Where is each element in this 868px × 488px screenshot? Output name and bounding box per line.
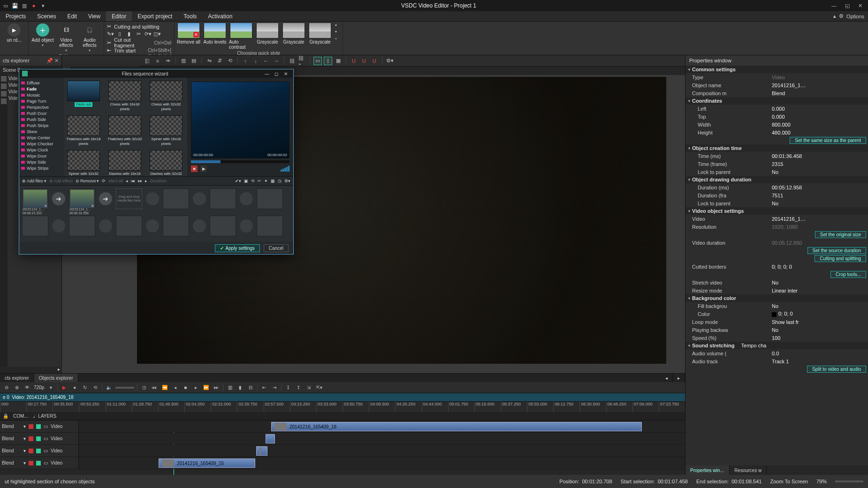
style-grayscale-1[interactable]: Grayscale <box>255 23 280 45</box>
tl-play-icon[interactable]: ▶ <box>61 384 68 391</box>
prop-video[interactable]: 20141216_1… <box>770 216 868 222</box>
bottom-tab-objects[interactable]: Objects explorer <box>34 374 78 382</box>
wizard-effect-item[interactable]: Dashes with 32x32 pixels <box>149 150 183 176</box>
style-grayscale-2[interactable]: Grayscale <box>282 23 306 45</box>
tool-marker-icon[interactable]: ▮ <box>126 30 132 37</box>
wizard-slot-empty[interactable] <box>257 216 283 236</box>
tl-d-icon[interactable]: ⇱▾ <box>315 384 323 391</box>
prop-play-backward[interactable]: No <box>770 327 868 333</box>
wizard-tree-item[interactable]: Wipe Door <box>21 153 62 159</box>
tl-to-end-icon[interactable]: ⏭ <box>213 384 220 391</box>
tb-align-center-icon[interactable]: ≡ <box>154 57 161 65</box>
tb-underline1-icon[interactable]: U <box>350 57 358 65</box>
timeline-ruler[interactable]: 00000:17.75000:35.50000:53.25001:11.0000… <box>0 402 685 412</box>
wizard-fx4-icon[interactable]: ⚙▾ <box>284 179 290 183</box>
mute-icon[interactable] <box>29 449 33 453</box>
style-remove-all[interactable]: ✕Remove all <box>176 23 201 45</box>
track-lane[interactable]: 20141216_165409_18 <box>79 420 685 432</box>
tl-split-icon[interactable]: ▥ <box>226 384 234 391</box>
tl-clock-icon[interactable]: ◷ <box>140 384 148 391</box>
menu-tools[interactable]: Tools <box>178 11 202 21</box>
tl-in-icon[interactable]: ⇤ <box>260 384 268 391</box>
wizard-slot-empty[interactable] <box>163 188 189 209</box>
wizard-slot-empty[interactable] <box>210 188 236 209</box>
vtool-4-icon[interactable] <box>1 98 7 104</box>
tool-rotate-icon[interactable]: ⟳▾ <box>145 30 151 37</box>
wizard-maximize-icon[interactable]: ◻ <box>272 71 281 76</box>
pin-icon[interactable]: 📌 ✕ <box>46 58 59 64</box>
wizard-effect-item[interactable]: Spiner with 32x32 pixels <box>66 150 101 176</box>
layerhdr-com[interactable]: COM… <box>13 413 29 419</box>
wizard-rot-icon[interactable]: ⟲ <box>251 179 255 183</box>
wizard-add-files[interactable]: ⊕ Add files ▾ <box>22 179 46 183</box>
tl-remove-icon[interactable]: ⊖ <box>3 384 10 391</box>
wizard-transition-slot[interactable] <box>99 219 112 233</box>
tb-move-mode-icon[interactable]: ▯ <box>324 57 332 65</box>
tb-select-mode-icon[interactable]: ▭ <box>314 57 321 65</box>
wizard-fx2-icon[interactable]: ▦ <box>271 179 275 183</box>
prop-time-frame[interactable]: 2315 <box>770 161 868 167</box>
layer-lock-icon[interactable]: 🔒 <box>3 413 8 419</box>
wizard-sel-in-icon[interactable]: ◂ <box>126 179 128 183</box>
wizard-remove[interactable]: ⊖ Remove ▾ <box>76 179 99 183</box>
tl-stop-icon[interactable]: ■ <box>182 384 189 391</box>
section-coordinates[interactable]: Coordinates <box>685 97 868 105</box>
wizard-transition-slot[interactable] <box>52 219 65 233</box>
tl-repeat-icon[interactable]: ⟲ <box>91 384 99 391</box>
track-header[interactable]: Blend▾ ▭ Video <box>0 420 79 432</box>
prop-composition[interactable]: Blend <box>770 90 868 96</box>
trim-start[interactable]: ⇤Trim startCtrl+Shift+[ <box>107 47 171 53</box>
timeline-track[interactable]: Blend▾ ▭ Video <box>0 445 685 457</box>
bottom-nav-left[interactable]: ◂ <box>661 374 673 382</box>
wizard-slot-empty[interactable] <box>257 188 283 209</box>
wizard-to-end-icon[interactable]: ⏭ <box>138 179 142 183</box>
tl-volume-slider[interactable] <box>115 387 134 389</box>
vtool-1-icon[interactable] <box>1 76 7 82</box>
tb-flip-v-icon[interactable]: ⇵ <box>216 57 223 65</box>
wizard-transition-slot-5[interactable] <box>240 192 253 205</box>
wizard-stop-icon[interactable]: ■ <box>191 165 198 172</box>
wizard-effect-item[interactable]: Dashes with 16x16 pixels <box>107 150 142 176</box>
prop-speed[interactable]: 100 <box>770 335 868 341</box>
options-label[interactable]: Options <box>846 14 864 19</box>
wizard-crop2-icon[interactable]: ▣ <box>244 179 248 183</box>
qat-save-icon[interactable]: 💾 <box>12 3 18 8</box>
ribbon-run-wizard[interactable]: ▶ un rd... <box>3 23 25 43</box>
wizard-drop-hint[interactable]: Drag and drop media files here <box>116 188 142 209</box>
wizard-fx3-icon[interactable]: ◷ <box>278 179 282 183</box>
props-tab-properties[interactable]: Properties win… <box>685 465 730 475</box>
wizard-refresh-icon[interactable]: ⟳ <box>102 179 106 183</box>
wizard-tree-item[interactable]: Wipe Center <box>21 135 62 141</box>
prop-audio-volume[interactable]: 0.0 <box>770 351 868 356</box>
wizard-effect-item[interactable]: Chess with 16x16 pixels <box>107 81 142 112</box>
tl-eye-icon[interactable]: 👁 <box>23 384 31 391</box>
wizard-transition-slot-4[interactable] <box>193 192 206 205</box>
prop-object-name[interactable]: 20141216_1… <box>770 83 868 88</box>
wizard-volume-icon[interactable] <box>281 166 289 172</box>
mute-icon[interactable] <box>29 461 33 465</box>
help-icon[interactable]: ▴ <box>833 13 836 19</box>
tb-distribute-v-icon[interactable]: ▤ <box>190 57 198 65</box>
cut-out-fragment[interactable]: ✂Cut out fragmentCtrl+Del <box>107 38 171 47</box>
tb-rotate-icon[interactable]: ⟲ <box>226 57 234 65</box>
tl-snap-icon[interactable]: ⊟ <box>247 384 254 391</box>
prop-stretch[interactable]: No <box>770 280 868 285</box>
qat-new-icon[interactable]: ▭ <box>3 3 8 8</box>
wizard-tree-item[interactable]: Mosaic <box>21 92 62 98</box>
wizard-cancel-button[interactable]: Cancel <box>264 244 289 252</box>
wizard-tree-item[interactable]: Wipe Side <box>21 159 62 165</box>
qat-open-icon[interactable]: ▥ <box>22 3 27 8</box>
track-header[interactable]: Blend▾ ▭ Video <box>0 445 79 457</box>
wizard-minimize-icon[interactable]: — <box>262 71 272 76</box>
prop-width[interactable]: 800.000 <box>770 122 868 128</box>
wizard-effect-item[interactable]: Spiner with 16x16 pixels <box>149 115 183 146</box>
status-zoom-slider[interactable] <box>835 480 863 482</box>
style-auto-levels[interactable]: Auto levels <box>203 23 227 45</box>
btn-cutting-splitting[interactable]: Cutting and splitting <box>815 255 866 262</box>
tl-speaker-icon[interactable]: 🔈 <box>105 384 113 391</box>
wizard-check-icon[interactable]: ✔▾ <box>235 179 241 183</box>
menu-scenes[interactable]: Scenes <box>31 11 61 21</box>
wizard-tree-item[interactable]: Wipe Checker <box>21 141 62 147</box>
wizard-effect-item[interactable]: Thatches with 32x32 pixels <box>107 115 142 146</box>
wizard-close-icon[interactable]: ✕ <box>281 71 290 76</box>
